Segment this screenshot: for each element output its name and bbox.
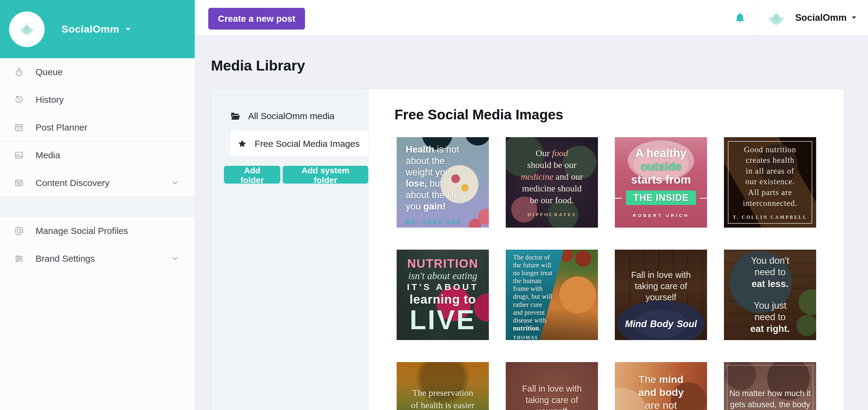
folder-item-free-social-media-images[interactable]: Free Social Media Images: [230, 131, 368, 156]
lotus-icon: [17, 21, 37, 37]
tile-attribution: DR. JOSH AXE: [406, 219, 462, 226]
media-tile-hippocrates[interactable]: Our foodshould be ourmedicine and ourmed…: [506, 137, 598, 228]
chevron-down-icon: [171, 179, 179, 187]
calendar-icon: [14, 122, 24, 133]
sidebar-item-label: Content Discovery: [36, 178, 110, 188]
tile-quote-text: NUTRITIONisn't about eatingIT'S ABOUTlea…: [397, 250, 489, 340]
tile-quote-text: Fall in love withtaking care ofyourselfM…: [615, 250, 707, 340]
media-tile-good-nutrition[interactable]: Good nutritioncreates healthin all areas…: [724, 137, 816, 228]
page-title: Media Library: [211, 57, 305, 74]
sidebar-item-label: Media: [36, 150, 60, 160]
folder-label: All SocialOmm media: [248, 111, 335, 121]
media-tile-restore-balance[interactable]: No matter how much itgets abused, the bo…: [724, 362, 816, 410]
tile-quote-text: No matter how much itgets abused, the bo…: [724, 362, 816, 410]
tile-quote-text: The mindand bodyare notseparate: [615, 362, 707, 410]
folder-open-icon: [230, 111, 241, 121]
tile-quote-text: Fall in love withtaking care ofyourself: [506, 362, 598, 410]
history-icon: [14, 95, 24, 105]
tile-footer-words: MindBodySoul: [625, 318, 697, 330]
sidebar-item-label: Brand Settings: [36, 254, 95, 264]
star-icon: [237, 139, 247, 148]
gallery-title: Free Social Media Images: [395, 107, 563, 123]
tile-banner-label: THE INSIDE: [626, 191, 696, 205]
media-tile-healthy-outside[interactable]: A healthyoutsidestarts fromTHE INSIDEROB…: [615, 137, 707, 228]
brand-name: SocialOmm: [61, 23, 119, 35]
sidebar-item-content-discovery[interactable]: Content Discovery: [0, 169, 195, 197]
sidebar-header[interactable]: SocialOmm: [0, 0, 195, 58]
media-tile-mind-and-body[interactable]: The mindand bodyare notseparate: [615, 362, 707, 410]
sidebar-item-post-planner[interactable]: Post Planner: [0, 114, 195, 141]
media-grid: Health is notabout theweight youlose, bu…: [397, 137, 816, 410]
add-system-folder-button[interactable]: Add system folder: [283, 166, 368, 184]
folder-panel: All SocialOmm mediaFree Social Media Ima…: [211, 89, 369, 410]
folder-list: All SocialOmm mediaFree Social Media Ima…: [211, 106, 368, 156]
sidebar-item-media[interactable]: Media: [0, 141, 195, 169]
tile-attribution: HIPPOCRATES: [527, 212, 576, 218]
topbar: Create a new post SocialOmm: [195, 0, 868, 36]
folder-item-all-socialomm-media[interactable]: All SocialOmm media: [211, 106, 368, 127]
media-tile-preservation-of-health[interactable]: The preservationof health is easierthan …: [397, 362, 489, 410]
sidebar-gap: [0, 197, 195, 217]
sidebar-menu: QueueHistoryPost PlannerMediaContent Dis…: [0, 58, 195, 197]
sidebar: SocialOmm QueueHistoryPost PlannerMediaC…: [0, 0, 195, 410]
chevron-down-icon: [171, 255, 179, 263]
media-tile-learning-to-live[interactable]: NUTRITIONisn't about eatingIT'S ABOUTlea…: [397, 250, 489, 340]
gallery-panel: Free Social Media Images Health is notab…: [369, 89, 844, 410]
media-tile-fall-in-love[interactable]: Fall in love withtaking care ofyourself: [506, 362, 598, 410]
sliders-icon: [14, 254, 24, 264]
account-menu[interactable]: SocialOmm: [757, 0, 857, 35]
media-tile-mind-body-soul[interactable]: Fall in love withtaking care ofyourselfM…: [615, 250, 707, 340]
sidebar-item-brand-settings[interactable]: Brand Settings: [0, 245, 195, 272]
sidebar-item-manage-social-profiles[interactable]: Manage Social Profiles: [0, 217, 195, 245]
notifications-bell-icon[interactable]: [734, 12, 746, 24]
sidebar-item-queue[interactable]: Queue: [0, 58, 195, 86]
tile-attribution: THOMASEDISON: [513, 334, 538, 340]
tile-quote-text: The doctor ofthe future willno longer tr…: [506, 250, 598, 340]
sidebar-item-label: Manage Social Profiles: [36, 226, 128, 236]
brand-logo: [9, 11, 44, 47]
app-screen: SocialOmm QueueHistoryPost PlannerMediaC…: [0, 0, 868, 410]
account-name: SocialOmm: [795, 12, 846, 23]
create-post-button[interactable]: Create a new post: [208, 8, 305, 30]
sidebar-menu-secondary: Manage Social ProfilesBrand Settings: [0, 217, 195, 272]
tile-attribution: T. COLLIN CAMPBELL: [733, 214, 807, 221]
add-folder-button[interactable]: Add folder: [224, 166, 280, 184]
tile-attribution: ROBERT URICH: [633, 213, 689, 218]
sidebar-item-label: Post Planner: [36, 122, 87, 133]
sidebar-item-label: Queue: [36, 67, 63, 77]
tile-quote-text: A healthyoutsidestarts fromTHE INSIDEROB…: [615, 137, 707, 228]
newspaper-icon: [14, 178, 24, 188]
stopwatch-icon: [14, 67, 24, 77]
folder-label: Free Social Media Images: [255, 139, 360, 149]
media-tile-eat-right[interactable]: You don'tneed toeat less.You justneed to…: [724, 250, 816, 340]
image-icon: [14, 150, 24, 160]
account-avatar-lotus-icon: [765, 6, 788, 29]
tile-quote-text: Good nutritioncreates healthin all areas…: [724, 137, 816, 228]
tile-quote-text: Our foodshould be ourmedicine and ourmed…: [506, 137, 598, 228]
sidebar-item-history[interactable]: History: [0, 86, 195, 114]
tile-quote-text: Health is notabout theweight youlose, bu…: [397, 137, 489, 228]
media-tile-health-gain[interactable]: Health is notabout theweight youlose, bu…: [397, 137, 489, 228]
account-caret-icon: [851, 16, 857, 19]
topbar-right: SocialOmm: [734, 0, 868, 35]
tile-quote-text: The preservationof health is easierthan …: [397, 362, 489, 410]
folder-buttons: Add folderAdd system folder: [224, 166, 368, 184]
media-library-card: All SocialOmm mediaFree Social Media Ima…: [211, 89, 844, 410]
tile-quote-text: You don'tneed toeat less.You justneed to…: [724, 250, 816, 340]
at-icon: [14, 226, 24, 236]
sidebar-item-label: History: [36, 95, 64, 105]
brand-caret-icon[interactable]: [125, 27, 131, 31]
media-tile-thomas-edison[interactable]: The doctor ofthe future willno longer tr…: [506, 250, 598, 340]
